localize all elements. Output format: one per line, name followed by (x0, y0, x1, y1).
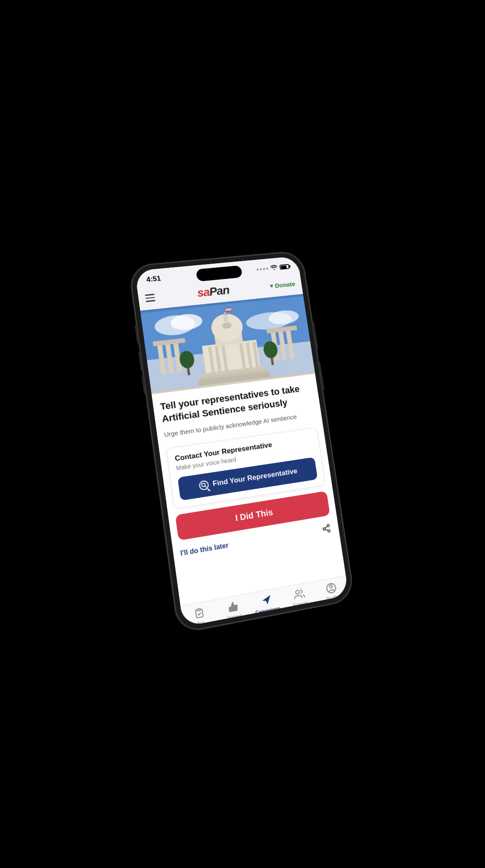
act-icon (192, 606, 206, 619)
find-rep-label: Find Your Representative (212, 467, 298, 488)
wifi-icon (270, 264, 278, 271)
nav-item-impact[interactable]: Impact (219, 598, 248, 621)
nav-label-impact: Impact (227, 613, 242, 621)
phone-screen: 4:51 (135, 256, 349, 627)
profile-icon (325, 582, 337, 595)
nav-item-friends[interactable]: Friends (286, 586, 314, 609)
signal-icon (256, 267, 268, 270)
app-logo: saPan (196, 283, 230, 299)
svg-point-45 (295, 590, 300, 594)
nav-item-act[interactable]: Act (185, 605, 214, 627)
content-area: Tell your representatives to take Artifi… (152, 373, 340, 566)
nav-label-profile: Profile (326, 594, 340, 601)
heart-icon: ♥ (269, 282, 274, 289)
svg-line-38 (205, 485, 206, 487)
donate-button[interactable]: ♥ Donate (269, 280, 295, 289)
nav-label-friends: Friends (293, 600, 309, 608)
donate-label: Donate (274, 280, 295, 289)
share-button[interactable] (320, 522, 332, 534)
battery-icon (279, 264, 290, 269)
svg-point-47 (329, 585, 332, 588)
impact-icon (227, 600, 240, 613)
svg-line-43 (325, 526, 327, 528)
nav-item-profile[interactable]: Profile (319, 580, 345, 603)
logo-pan: Pan (208, 283, 230, 298)
status-time: 4:51 (146, 274, 161, 284)
svg-rect-44 (197, 608, 200, 611)
nav-item-campaigns[interactable]: Campaigns (253, 592, 281, 615)
nav-label-campaigns: Campaigns (255, 605, 281, 615)
campaigns-icon (260, 594, 273, 607)
menu-button[interactable] (145, 294, 156, 302)
friends-icon (293, 587, 305, 601)
do-later-button[interactable]: I'll do this later (180, 541, 229, 557)
search-icon (198, 480, 209, 490)
status-icons (256, 263, 290, 272)
nav-label-act: Act (197, 620, 204, 627)
home-indicator (245, 619, 295, 627)
phone-frame: 4:51 (129, 251, 354, 633)
logo-sa: sa (196, 285, 210, 299)
